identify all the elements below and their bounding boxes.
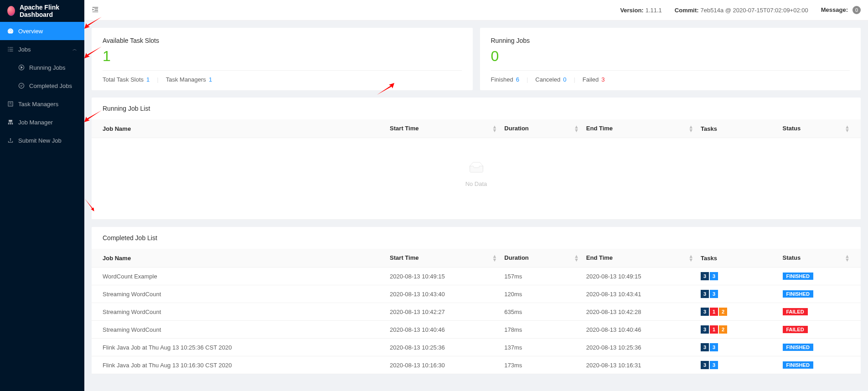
col-start-time[interactable]: Start Time▲▼ — [386, 119, 501, 138]
tasks-cell: 33 — [697, 356, 779, 374]
server-icon — [7, 101, 14, 107]
status-badge: FINISHED — [783, 361, 813, 369]
col-job-name[interactable]: Job Name — [92, 119, 386, 138]
col-status[interactable]: Status▲▼ — [779, 119, 861, 138]
card-footer: Total Task Slots1 | Task Managers1 — [103, 70, 462, 83]
main-area: Version:1.11.1 Commit:7eb514a @ 2020-07-… — [84, 0, 868, 391]
table-row[interactable]: Streaming WordCount2020-08-13 10:40:4617… — [92, 321, 861, 339]
card-value: 1 — [103, 48, 462, 65]
sidebar-item-overview[interactable]: Overview — [0, 22, 84, 40]
col-tasks[interactable]: Tasks — [697, 249, 779, 268]
start-time-cell: 2020-08-13 10:49:15 — [386, 268, 501, 285]
sidebar-item-running-jobs[interactable]: Running Jobs — [0, 58, 84, 77]
col-status[interactable]: Status▲▼ — [779, 249, 861, 268]
content: Available Task Slots 1 Total Task Slots1… — [84, 21, 868, 389]
task-count-badge: 3 — [710, 272, 718, 280]
sidebar-menu: OverviewJobs︿Running JobsCompleted JobsT… — [0, 22, 84, 149]
job-name-cell: Flink Java Job at Thu Aug 13 10:25:36 CS… — [92, 339, 386, 356]
sidebar-item-label: Job Manager — [18, 119, 53, 126]
col-job-name[interactable]: Job Name — [92, 249, 386, 268]
logo-area: Apache Flink Dashboard — [0, 0, 84, 22]
bars-icon — [7, 46, 14, 52]
task-count-badge: 3 — [710, 290, 718, 298]
table-row[interactable]: Flink Java Job at Thu Aug 13 10:16:30 CS… — [92, 356, 861, 374]
duration-cell: 137ms — [501, 339, 582, 356]
empty-box-icon — [103, 161, 850, 177]
sidebar-item-label: Jobs — [18, 46, 31, 53]
card-value: 0 — [491, 48, 850, 65]
section-title: Running Job List — [92, 98, 861, 119]
duration-cell: 157ms — [501, 268, 582, 285]
end-time-cell: 2020-08-13 10:40:46 — [583, 321, 697, 339]
col-tasks[interactable]: Tasks — [697, 119, 779, 138]
table-row[interactable]: Streaming WordCount2020-08-13 10:43:4012… — [92, 285, 861, 303]
col-duration[interactable]: Duration▲▼ — [501, 119, 582, 138]
end-time-cell: 2020-08-13 10:43:41 — [583, 285, 697, 303]
card-title: Running Jobs — [491, 37, 850, 44]
version-info: Version:1.11.1 — [620, 7, 661, 14]
task-count-badge: 3 — [701, 272, 709, 280]
sidebar-item-label: Task Managers — [18, 101, 58, 108]
available-task-slots-card: Available Task Slots 1 Total Task Slots1… — [92, 28, 473, 90]
end-time-cell: 2020-08-13 10:42:28 — [583, 303, 697, 321]
completed-job-list-section: Completed Job List Job Name Start Time▲▼… — [92, 227, 861, 374]
sidebar-item-task-managers[interactable]: Task Managers — [0, 95, 84, 113]
table-row[interactable]: Flink Java Job at Thu Aug 13 10:25:36 CS… — [92, 339, 861, 356]
task-count-badge: 3 — [701, 343, 709, 351]
col-start-time[interactable]: Start Time▲▼ — [386, 249, 501, 268]
job-name-cell: WordCount Example — [92, 268, 386, 285]
status-cell: FAILED — [779, 321, 861, 339]
task-count-badge: 1 — [710, 325, 718, 334]
sidebar-item-jobs[interactable]: Jobs︿ — [0, 40, 84, 58]
tasks-cell: 33 — [697, 268, 779, 285]
empty-text: No Data — [103, 180, 850, 187]
job-name-cell: Flink Java Job at Thu Aug 13 10:16:30 CS… — [92, 356, 386, 374]
status-badge: FINISHED — [783, 273, 813, 280]
sidebar-item-label: Completed Jobs — [29, 82, 72, 89]
task-count-badge: 2 — [719, 308, 727, 316]
message-info: Message:0 — [821, 6, 861, 14]
commit-info: Commit:7eb514a @ 2020-07-15T07:02:09+02:… — [675, 7, 808, 14]
card-footer: Finished6 | Canceled0 | Failed3 — [491, 70, 850, 83]
col-end-time[interactable]: End Time▲▼ — [583, 249, 697, 268]
app-title: Apache Flink Dashboard — [20, 4, 77, 18]
start-time-cell: 2020-08-13 10:43:40 — [386, 285, 501, 303]
status-cell: FAILED — [779, 303, 861, 321]
section-title: Completed Job List — [92, 227, 861, 249]
running-jobs-table: Job Name Start Time▲▼ Duration▲▼ End Tim… — [92, 119, 861, 220]
empty-state: No Data — [103, 143, 850, 215]
table-row[interactable]: Streaming WordCount2020-08-13 10:42:2763… — [92, 303, 861, 321]
status-badge: FAILED — [783, 308, 808, 315]
sidebar-item-submit-new-job[interactable]: Submit New Job — [0, 131, 84, 149]
duration-cell: 120ms — [501, 285, 582, 303]
message-count-badge: 0 — [852, 6, 861, 14]
running-job-list-section: Running Job List Job Name Start Time▲▼ D… — [92, 98, 861, 220]
tasks-cell: 33 — [697, 339, 779, 356]
duration-cell: 173ms — [501, 356, 582, 374]
start-time-cell: 2020-08-13 10:25:36 — [386, 339, 501, 356]
task-count-badge: 3 — [710, 343, 718, 351]
status-cell: FINISHED — [779, 339, 861, 356]
completed-jobs-table: Job Name Start Time▲▼ Duration▲▼ End Tim… — [92, 249, 861, 374]
job-name-cell: Streaming WordCount — [92, 285, 386, 303]
dashboard-icon — [7, 28, 14, 34]
stats-row: Available Task Slots 1 Total Task Slots1… — [92, 28, 861, 90]
job-name-cell: Streaming WordCount — [92, 303, 386, 321]
status-badge: FAILED — [783, 326, 808, 333]
status-badge: FINISHED — [783, 290, 813, 298]
sidebar-item-label: Overview — [18, 28, 43, 35]
sidebar-item-job-manager[interactable]: Job Manager — [0, 113, 84, 131]
chevron-up-icon: ︿ — [72, 46, 77, 52]
cluster-icon — [7, 119, 14, 125]
table-row[interactable]: WordCount Example2020-08-13 10:49:15157m… — [92, 268, 861, 285]
col-end-time[interactable]: End Time▲▼ — [583, 119, 697, 138]
check-circle-icon — [18, 82, 25, 89]
topbar: Version:1.11.1 Commit:7eb514a @ 2020-07-… — [84, 0, 868, 21]
col-duration[interactable]: Duration▲▼ — [501, 249, 582, 268]
status-cell: FINISHED — [779, 285, 861, 303]
sidebar-item-completed-jobs[interactable]: Completed Jobs — [0, 77, 84, 95]
menu-fold-icon — [92, 6, 99, 13]
collapse-sidebar-button[interactable] — [92, 6, 99, 15]
end-time-cell: 2020-08-13 10:16:31 — [583, 356, 697, 374]
job-name-cell: Streaming WordCount — [92, 321, 386, 339]
